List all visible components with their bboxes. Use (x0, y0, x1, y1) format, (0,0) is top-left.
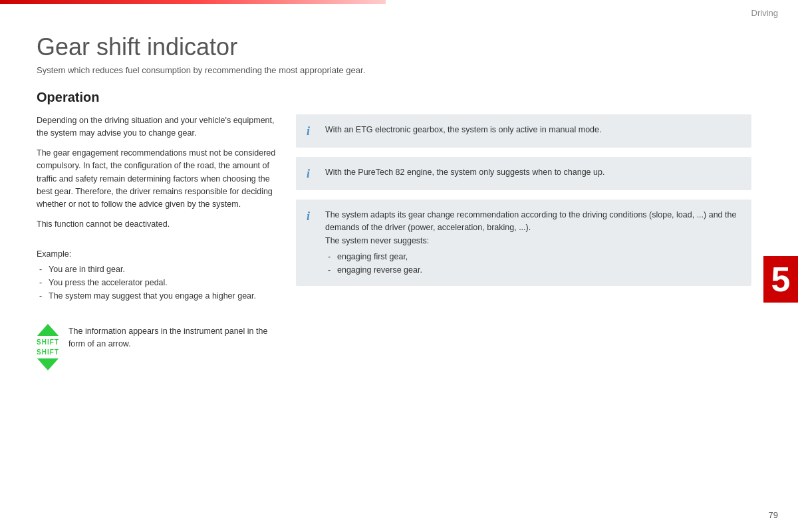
top-bar (0, 0, 386, 4)
info-icon-3: i (307, 209, 317, 223)
list-item: You are in third gear. (37, 263, 276, 276)
page-title: Gear shift indicator (37, 33, 751, 61)
list-item: engaging first gear, (325, 250, 741, 263)
info-text-3-intro: The system adapts its gear change recomm… (325, 210, 736, 232)
main-content: Gear shift indicator System which reduce… (37, 20, 751, 505)
info-box-3-list: engaging first gear, engaging reverse ge… (325, 250, 741, 277)
example-section: Example: You are in third gear. You pres… (37, 249, 276, 303)
list-item: engaging reverse gear. (325, 263, 741, 277)
info-box-2: i With the PureTech 82 engine, the syste… (296, 157, 751, 190)
info-text-3: The system adapts its gear change recomm… (325, 209, 741, 277)
page-number: 79 (769, 510, 778, 520)
info-box-1: i With an ETG electronic gearbox, the sy… (296, 114, 751, 148)
page-subtitle: System which reduces fuel consumption by… (37, 65, 751, 75)
info-icon-1: i (307, 124, 317, 138)
left-column: Depending on the driving situation and y… (37, 114, 276, 370)
example-label: Example: (37, 249, 276, 259)
shift-up-label: SHIFT (37, 338, 59, 346)
body-text-2: The gear engagement recommendations must… (37, 147, 276, 211)
shift-section: SHIFT SHIFT The information appears in t… (37, 324, 276, 370)
shift-down-label: SHIFT (37, 348, 59, 356)
info-box-3: i The system adapts its gear change reco… (296, 200, 751, 286)
info-text-2: With the PureTech 82 engine, the system … (325, 166, 604, 179)
info-icon-2: i (307, 167, 317, 181)
section-label: Driving (751, 8, 778, 18)
list-item: You press the accelerator pedal. (37, 276, 276, 289)
two-column-layout: Depending on the driving situation and y… (37, 114, 751, 370)
example-list: You are in third gear. You press the acc… (37, 263, 276, 303)
section-heading: Operation (37, 90, 751, 105)
shift-down-arrow-icon (37, 358, 59, 370)
right-column: i With an ETG electronic gearbox, the sy… (296, 114, 751, 370)
shift-up-arrow-icon (37, 324, 59, 336)
shift-text: The information appears in the instrumen… (68, 324, 276, 351)
body-text-1: Depending on the driving situation and y… (37, 114, 276, 140)
chapter-number: 5 (763, 256, 798, 303)
body-text-3: This function cannot be deactivated. (37, 218, 276, 231)
info-text-3-sub-intro: The system never suggests: (325, 236, 429, 245)
shift-icons: SHIFT SHIFT (37, 324, 59, 370)
info-text-1: With an ETG electronic gearbox, the syst… (325, 124, 601, 136)
list-item: The system may suggest that you engage a… (37, 289, 276, 303)
